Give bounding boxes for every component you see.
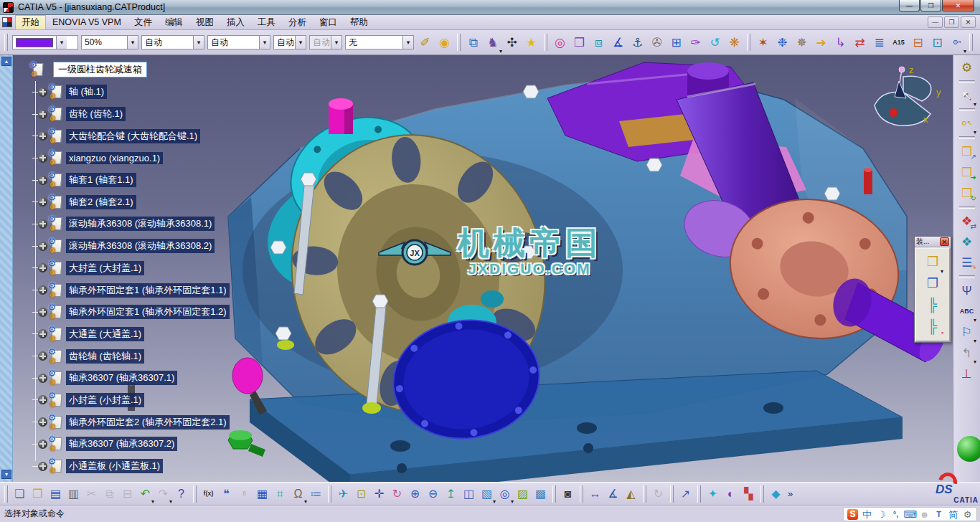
measure-between-icon[interactable]: ↔ [586,485,604,503]
toolbar-grip[interactable] [697,485,701,503]
menu-file[interactable]: 文件 [128,15,159,30]
toolbar-grip[interactable] [747,34,750,51]
tree-item[interactable]: 滚动轴承36308 (滚动轴承36308.2) [16,235,260,257]
mdi-restore-button[interactable] [944,16,959,28]
existing-component-icon[interactable]: ➔ [811,33,831,52]
select-icon[interactable]: ↖ [957,86,976,105]
cut-icon[interactable]: ✂ [83,485,100,503]
multi-instantiation-icon[interactable]: ⚙ⁿ [947,33,966,52]
ime-settings-icon[interactable]: ⚙ [961,508,974,521]
expand-icon[interactable] [38,131,47,141]
ime-punctuation-icon[interactable]: °, [890,508,902,521]
tree-item[interactable]: 小封盖 (小封盖.1) [16,389,260,412]
tree-root-row[interactable]: 一级圆柱齿轮减速箱 [32,58,260,81]
layer-combo[interactable]: 无 [345,35,414,49]
graphic-opacity-combo[interactable]: 50% [81,35,138,49]
open-folder-icon[interactable]: ❒ [29,485,47,503]
explode-assembly-icon[interactable]: ↗ [677,485,694,503]
formula-icon[interactable]: f(x) [199,485,217,503]
rotate-icon[interactable]: ↻ [388,485,406,503]
render-style-combo[interactable]: 自动 [309,35,342,49]
knowledge-pattern-icon[interactable]: ♞ [483,33,502,52]
render-style-icon[interactable]: ◎ [496,485,514,503]
line-type-combo[interactable]: 自动 [207,35,270,49]
reuse-pattern-icon[interactable]: ❋ [725,33,744,52]
line-weight-combo[interactable]: 自动 [141,35,204,49]
dropdown-button[interactable] [259,36,270,49]
menu-start[interactable]: 开始 [15,15,46,30]
toolbar-grip[interactable] [4,34,8,51]
toolbar-grip[interactable] [193,485,197,503]
graphic-color-combo[interactable] [12,35,78,49]
iso-view-icon[interactable]: ▧ [478,485,496,503]
measure-inertia-icon[interactable]: ◭ [622,485,640,503]
hide-show-icon[interactable]: ▨ [514,485,532,503]
toolbar-grip[interactable] [580,485,583,503]
expand-icon[interactable] [38,153,47,163]
ime-account-icon[interactable]: ☻ [918,508,930,521]
3d-viewport[interactable]: 一级圆柱齿轮减速箱 轴 (轴.1) 齿轮 (齿轮.1) [13,55,953,482]
measure-item-icon[interactable]: ∡ [604,485,622,503]
insert-component-icon[interactable]: ❒ [922,251,943,272]
fix-together-icon[interactable]: ✇ [647,33,666,52]
lock-icon[interactable]: Ω [289,485,307,503]
replace-component-icon[interactable]: ⇄ [850,33,870,52]
angle-constraint-icon[interactable]: ∡ [608,33,628,52]
annotation-plane-icon[interactable]: ↰ [957,343,976,363]
toolbar-grip[interactable] [760,485,764,503]
tree-scroll-up-icon[interactable]: ▲ [1,57,11,66]
minimize-button[interactable] [899,0,920,11]
expand-icon[interactable] [38,417,47,427]
menu-edit[interactable]: 编辑 [159,15,189,30]
toolbar-grip[interactable] [552,485,556,503]
camera-icon[interactable]: ◙ [559,485,577,503]
pan-icon[interactable]: ✛ [370,485,388,503]
mdi-minimize-button[interactable] [928,16,943,28]
equivalent-dimensions-icon[interactable]: ≔ [307,485,325,503]
menu-enovia[interactable]: ENOVIA V5 VPM [46,16,128,29]
tree-item[interactable]: 齿轮轴 (齿轮轴.1) [16,345,260,367]
expand-icon[interactable] [38,285,47,295]
tree-item[interactable]: 大封盖 (大封盖.1) [16,257,260,280]
knowledge-graph-icon[interactable]: ⌗ [271,485,289,503]
toolbar-grip[interactable] [457,34,461,51]
tree-item[interactable]: 大齿轮配合键 (大齿轮配合键.1) [16,125,260,147]
menu-analyze[interactable]: 分析 [282,15,313,30]
zoom-in-icon[interactable]: ⊕ [406,485,424,503]
tree-item[interactable]: 大通盖 (大通盖.1) [16,323,260,346]
manage-representations-icon[interactable]: ⊡ [928,33,947,52]
tree-item[interactable]: xiangzuo (xiangzuo.1) [16,147,260,169]
dropdown-button[interactable] [402,36,413,49]
painter-icon[interactable]: ✐ [415,33,435,52]
expand-icon[interactable] [38,351,47,361]
flexible-rigid-icon[interactable]: ✑ [686,33,705,52]
dropdown-button[interactable] [331,36,341,49]
tree-item[interactable]: 小通盖板 (小通盖板.1) [16,455,260,478]
rotation-icon[interactable]: ↻ [649,485,667,503]
ime-chinese-mode[interactable]: 中 [861,508,873,521]
close-button[interactable] [942,0,974,11]
catalog-extract-icon[interactable]: ❒➔ [957,163,976,182]
expand-icon[interactable] [38,395,47,404]
tree-item[interactable]: 轴承36307 (轴承36307.2) [16,433,260,455]
explode-icon[interactable]: ✣ [502,33,522,52]
expand-icon[interactable] [38,462,47,471]
menu-insert[interactable]: 插入 [220,15,251,30]
tree-scroll-down-icon[interactable]: ▼ [1,470,11,479]
menu-view[interactable]: 视图 [189,15,220,30]
toolbar-grip[interactable] [969,34,973,51]
catalog-open-icon[interactable]: ❒↗ [957,142,976,161]
ime-halfmoon-icon[interactable]: ☽ [875,508,887,521]
dropdown-button[interactable] [295,36,306,49]
expand-icon[interactable] [38,263,47,272]
expand-icon[interactable] [38,374,47,383]
expand-icon[interactable] [38,440,47,449]
tree-scroll-strip[interactable]: ▲ ▼ [0,55,13,482]
tree-item[interactable]: 滚动轴承36308 (滚动轴承36308.1) [16,213,260,235]
green-sphere-icon[interactable] [957,436,980,462]
fit-all-icon[interactable]: ⊡ [352,485,370,503]
sogou-logo-icon[interactable]: S [847,508,859,521]
tree-root-label[interactable]: 一级圆柱齿轮减速箱 [53,62,147,77]
swap-visible-space-icon[interactable]: ▩ [532,485,550,503]
generate-numbering-icon[interactable]: A15 [889,33,908,52]
